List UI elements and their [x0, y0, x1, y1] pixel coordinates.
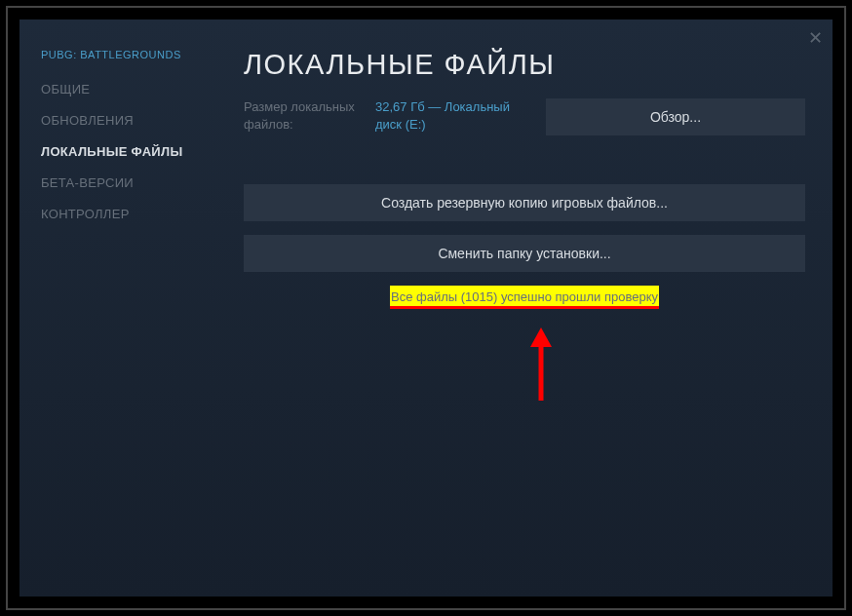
sidebar-item-general[interactable]: ОБЩИЕ	[41, 82, 224, 96]
sidebar-item-updates[interactable]: ОБНОВЛЕНИЯ	[41, 113, 224, 128]
validation-status-text: Все файлы (1015) успешно прошли проверку	[391, 289, 658, 304]
file-size-row: Размер локальных файлов: 32,67 Гб — Лока…	[244, 98, 805, 135]
sidebar-item-local-files[interactable]: ЛОКАЛЬНЫЕ ФАЙЛЫ	[41, 144, 224, 159]
page-title: ЛОКАЛЬНЫЕ ФАЙЛЫ	[244, 49, 805, 81]
svg-marker-1	[530, 327, 552, 347]
validation-row: Все файлы (1015) успешно прошли проверку	[244, 286, 805, 309]
properties-dialog: ✕ PUBG: BATTLEGROUNDS ОБЩИЕ ОБНОВЛЕНИЯ Л…	[19, 19, 833, 597]
file-size-label: Размер локальных файлов:	[244, 98, 375, 134]
sidebar-item-controller[interactable]: КОНТРОЛЛЕР	[41, 207, 224, 221]
game-title: PUBG: BATTLEGROUNDS	[41, 49, 224, 60]
sidebar: PUBG: BATTLEGROUNDS ОБЩИЕ ОБНОВЛЕНИЯ ЛОК…	[19, 19, 224, 597]
file-size-value[interactable]: 32,67 Гб — Локальный диск (E:)	[375, 98, 526, 134]
sidebar-item-betas[interactable]: БЕТА-ВЕРСИИ	[41, 175, 224, 190]
backup-button[interactable]: Создать резервную копию игровых файлов..…	[244, 184, 805, 221]
arrow-annotation-icon	[526, 327, 556, 405]
outer-frame: ✕ PUBG: BATTLEGROUNDS ОБЩИЕ ОБНОВЛЕНИЯ Л…	[6, 6, 846, 610]
validation-highlight: Все файлы (1015) успешно прошли проверку	[390, 286, 659, 309]
move-install-button[interactable]: Сменить папку установки...	[244, 235, 805, 272]
browse-button[interactable]: Обзор...	[546, 98, 805, 135]
content-panel: ЛОКАЛЬНЫЕ ФАЙЛЫ Размер локальных файлов:…	[224, 19, 833, 597]
close-icon[interactable]: ✕	[808, 27, 823, 49]
